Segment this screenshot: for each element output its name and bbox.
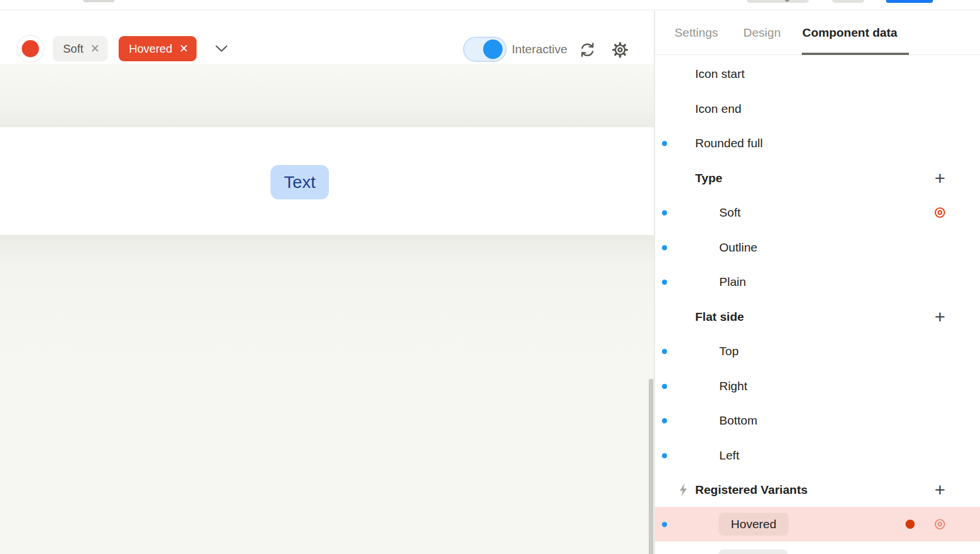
- gear-icon[interactable]: [610, 40, 630, 60]
- add-icon[interactable]: +: [932, 169, 948, 187]
- bound-dot-icon: [662, 280, 667, 285]
- bound-dot-icon: [662, 349, 667, 354]
- row-label: Flat side: [695, 310, 744, 324]
- lightning-icon: [679, 484, 688, 496]
- preview-canvas: Text: [0, 66, 654, 554]
- preview-target-icon[interactable]: [932, 517, 947, 532]
- refresh-button[interactable]: [577, 40, 598, 60]
- bound-dot-icon: [662, 210, 667, 215]
- bound-dot-icon: [662, 245, 667, 250]
- variant-chip-hovered[interactable]: Hovered ×: [119, 36, 197, 61]
- tab-component-data[interactable]: Component data: [802, 25, 897, 40]
- row-label: Bottom: [719, 414, 758, 427]
- panel-tabbar: Settings Design Component data: [655, 11, 980, 55]
- row-label: Registered Variants: [695, 483, 807, 497]
- tab-settings[interactable]: Settings: [675, 25, 718, 40]
- close-icon[interactable]: ×: [180, 41, 189, 56]
- prop-option-plain[interactable]: Plain: [655, 265, 980, 299]
- inspector-panel: Settings Design Component data Icon star…: [655, 11, 980, 554]
- variant-chip-label: Hovered: [129, 42, 173, 56]
- bound-dot-icon: [662, 453, 667, 458]
- interactive-toggle[interactable]: [463, 37, 507, 62]
- bound-dot-icon: [662, 384, 667, 389]
- prop-option-left[interactable]: Left: [655, 438, 980, 473]
- prop-row-icon-start[interactable]: Icon start: [655, 57, 980, 91]
- toggle-knob: [483, 40, 503, 59]
- record-variant-button[interactable]: [17, 35, 44, 62]
- prop-option-soft[interactable]: Soft: [655, 195, 980, 230]
- variant-pill[interactable]: Hovered: [719, 513, 789, 536]
- active-tab-indicator: [802, 53, 909, 55]
- canvas-scrollbar[interactable]: [649, 379, 653, 554]
- row-label: Plain: [719, 275, 746, 289]
- bound-dot-icon: [662, 522, 667, 527]
- prop-option-top[interactable]: Top: [655, 334, 980, 368]
- prop-group-type[interactable]: Type +: [655, 161, 980, 195]
- prop-option-outline[interactable]: Outline: [655, 230, 980, 265]
- app-window: Soft × Hovered × Interactive: [0, 0, 980, 554]
- variant-chip-soft[interactable]: Soft ×: [53, 36, 108, 61]
- add-icon[interactable]: +: [932, 308, 948, 326]
- cutoff-header-button[interactable]: [747, 0, 809, 3]
- prop-row-icon-end[interactable]: Icon end: [655, 92, 980, 126]
- cutoff-toolbar-button[interactable]: [83, 0, 115, 2]
- add-icon[interactable]: +: [932, 481, 948, 499]
- variant-pill-cutoff[interactable]: [719, 549, 787, 554]
- row-label: Icon start: [695, 67, 744, 81]
- bound-dot-icon: [662, 141, 667, 146]
- chevron-down-icon[interactable]: [215, 45, 228, 53]
- cutoff-primary-button[interactable]: [886, 0, 933, 3]
- variant-row-hovered[interactable]: Hovered: [655, 507, 980, 541]
- cutoff-header-button[interactable]: [832, 0, 864, 3]
- tab-design[interactable]: Design: [743, 25, 781, 40]
- component-preview-button[interactable]: Text: [271, 165, 329, 199]
- group-registered-variants[interactable]: Registered Variants +: [655, 473, 980, 507]
- row-label: Top: [719, 344, 739, 358]
- preview-target-icon[interactable]: [932, 205, 947, 220]
- bound-dot-icon: [662, 418, 667, 423]
- app-header-strip: [0, 0, 980, 10]
- row-label: Icon end: [695, 102, 742, 116]
- row-label: Outline: [719, 241, 758, 254]
- close-icon[interactable]: ×: [91, 41, 100, 56]
- canvas-background-bottom: [0, 235, 654, 554]
- variant-chip-label: Soft: [63, 42, 84, 56]
- row-label: Rounded full: [695, 136, 763, 150]
- row-label: Soft: [719, 206, 740, 219]
- prop-option-bottom[interactable]: Bottom: [655, 403, 980, 438]
- prop-option-right[interactable]: Right: [655, 369, 980, 403]
- variant-color-dot: [905, 520, 915, 529]
- row-label: Hovered: [731, 517, 776, 531]
- canvas-background-top: [0, 66, 654, 127]
- row-label: Left: [719, 449, 739, 462]
- prop-row-rounded-full[interactable]: Rounded full: [655, 126, 980, 160]
- row-label: Right: [719, 379, 747, 393]
- prop-group-flat-side[interactable]: Flat side +: [655, 300, 980, 334]
- row-label: Type: [695, 171, 722, 185]
- interactive-toggle-label: Interactive: [512, 42, 567, 56]
- canvas-toolbar: Soft × Hovered × Interactive: [0, 11, 654, 65]
